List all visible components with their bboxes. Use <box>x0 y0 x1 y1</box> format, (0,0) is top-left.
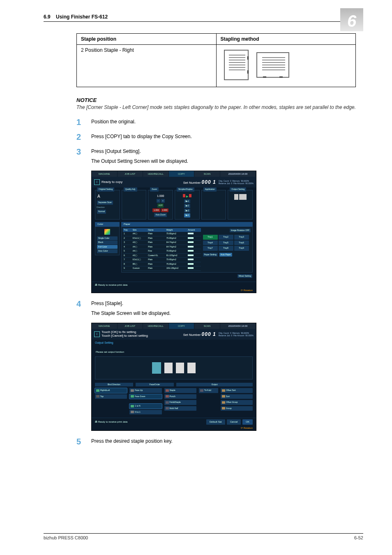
application-panel[interactable]: Application <box>201 190 226 220</box>
footer-status: Ready to receive print data <box>98 284 128 286</box>
step-3-subtext: The Output Setting Screen will be displa… <box>91 157 256 165</box>
color-swatch-icon <box>104 229 110 235</box>
full-color-button[interactable]: Full Color <box>97 245 118 249</box>
table-row[interactable]: 78.5x11▢Plain75-80g/m2 <box>123 258 201 262</box>
offset-group-button[interactable]: Offset Group <box>221 400 253 405</box>
cancel-button[interactable]: Cancel <box>227 419 241 425</box>
staple-diagram-portrait-icon <box>224 50 249 80</box>
tab-copy[interactable]: COPY <box>169 171 195 177</box>
offset-sort-button[interactable]: Offset Sort <box>221 388 253 393</box>
footer-status: Ready to receive print data <box>98 421 128 423</box>
instruction-text: Please set output function <box>95 349 253 356</box>
single-color-button[interactable]: Single Color <box>97 236 118 240</box>
face-order-label: Face/Order <box>136 383 174 387</box>
step-1-number: 1 <box>76 118 91 126</box>
x1-button[interactable]: x1.0 <box>157 204 164 208</box>
tri-fold-button[interactable]: Tri-Fold <box>199 388 218 393</box>
table-row[interactable]: 4A4▢Plain64-74g/m2 <box>123 245 201 249</box>
tray1-button[interactable]: Tray1 <box>203 235 218 240</box>
auto-zoom-button[interactable]: Auto Zoom <box>154 213 166 217</box>
finisher-preview-icon <box>152 362 161 374</box>
printer-icon <box>239 194 247 200</box>
section-number: 6.9 <box>44 14 51 20</box>
paper-setting-button[interactable]: Paper Setting <box>203 253 218 257</box>
face-down-button[interactable]: Face Down <box>129 394 161 399</box>
punch-button[interactable]: Punch <box>164 394 196 399</box>
output-setting-screen-screenshot: MACHINE JOB LIST HDD/RECALL COPY SCAN 20… <box>91 323 256 431</box>
footer-page: 6-52 <box>354 535 363 540</box>
face-up-button[interactable]: Face Up <box>129 388 161 393</box>
tab-machine[interactable]: MACHINE <box>92 171 118 177</box>
bind-direction-label: Bind Direction <box>95 383 133 387</box>
tab-joblist[interactable]: JOB LIST <box>118 323 143 329</box>
set-number: Set Number 000 1 <box>183 178 216 186</box>
step-3-number: 3 <box>76 148 91 293</box>
footer-model: bizhub PRESS C8000 <box>44 535 88 540</box>
tab-machine[interactable]: MACHINE <box>92 323 118 329</box>
notice-heading: NOTICE <box>76 97 363 103</box>
staple-pos-header: Staple position <box>77 34 217 45</box>
step-5-text: Press the desired staple position key. <box>91 437 173 446</box>
staple-table: Staple position Stapling method 2 Positi… <box>76 33 356 87</box>
sort-button[interactable]: Sort <box>221 394 253 399</box>
copy-screen-screenshot: MACHINE JOB LIST HDD/RECALL COPY SCAN 20… <box>91 171 256 293</box>
mixed-setting-button[interactable]: Mixed Setting <box>238 274 252 278</box>
quality-adj-panel[interactable]: Quality Adj. <box>122 190 147 220</box>
table-row[interactable]: 8B5▢Plain75-80g/m2 <box>123 262 201 266</box>
datetime-display: 2010/04/04 14:00 <box>220 323 256 329</box>
default-set-button[interactable]: Default Set <box>206 419 225 425</box>
notice-text: The [Corner Staple - Left Corner] mode s… <box>76 104 363 111</box>
normal-button[interactable]: Normal <box>97 210 106 214</box>
breadcrumb: Output Setting <box>92 340 256 347</box>
table-row[interactable]: 1A4▢Plain75-80g/m2 <box>123 232 201 236</box>
right-left-button[interactable]: Right&Left <box>95 388 127 393</box>
zoom-panel[interactable]: Zoom 1.000 −+ x1.0 1.0002.000 Auto Zoom <box>148 190 173 220</box>
staple-button[interactable]: Staple <box>164 388 196 393</box>
tab-scan[interactable]: SCAN <box>194 171 220 177</box>
step-2-number: 2 <box>76 133 91 141</box>
fold-staple-button[interactable]: Fold&Staple <box>164 400 196 405</box>
tab-copy[interactable]: COPY <box>169 323 195 329</box>
multi-half-button[interactable]: Multi Half <box>164 406 196 411</box>
tab-joblist[interactable]: JOB LIST <box>118 171 143 177</box>
image-rotation-button[interactable]: Image Rotation OFF <box>230 229 251 233</box>
top-button[interactable]: Top <box>95 394 127 399</box>
ok-button[interactable]: OK <box>242 419 253 425</box>
separate-scan-button[interactable]: Separate Scan <box>97 201 113 205</box>
printer-status-icon: 🖶 <box>95 421 97 423</box>
output-setting-panel[interactable]: Output Setting <box>228 190 253 220</box>
table-row[interactable]: 28.5x11▢Plain75-80g/m2 <box>123 236 201 240</box>
info-icon: i <box>94 179 100 185</box>
original-setting-panel[interactable]: Original Setting A Separate Scan Directi… <box>95 190 120 220</box>
rotation-indicator: ⟳ Rotation <box>92 288 256 293</box>
header-rule <box>44 21 363 22</box>
n-to-1-button[interactable]: N to 1 <box>129 410 161 415</box>
info-icon: i <box>94 331 100 337</box>
set-number: Set Number 000 1 <box>183 331 216 338</box>
tab-scan[interactable]: SCAN <box>194 323 220 329</box>
table-row[interactable]: 9CustomPlain106-135g/m2 <box>123 266 201 271</box>
section-title: Using Finisher FS-612 <box>56 14 108 20</box>
finisher-icon <box>234 194 238 200</box>
table-row[interactable]: 6A3▢Coated-GL81-105g/m2 <box>123 253 201 258</box>
auto-color-button[interactable]: Auto Color <box>97 249 118 253</box>
auto-paper-button[interactable]: Auto Paper <box>219 253 232 257</box>
status-meta: Orig. Count 0 Memory 96.660% Reserve Job… <box>219 332 254 337</box>
paper-table: TraySizeNameWeightAmount 1A4▢Plain75-80g… <box>123 228 201 271</box>
staple-diagram-landscape-icon <box>256 52 289 78</box>
duplex-panel[interactable]: Simplex/Duplex ▶ 2▶1 1▶2 2▶2 1▶1 <box>175 190 200 220</box>
table-row[interactable]: 3A3▢Plain64-74g/m2 <box>123 240 201 245</box>
status-meta: Orig. Count 0 Memory 96.660% Reserve Job… <box>219 180 254 185</box>
step-4-subtext: The Staple Screen will be displayed. <box>91 310 256 317</box>
group-button[interactable]: Group <box>221 406 253 411</box>
black-button[interactable]: Black <box>97 240 118 245</box>
table-row[interactable]: 5A4▢Fine75-80g/m2 <box>123 249 201 254</box>
tab-hdd[interactable]: HDD/RECALL <box>143 171 169 177</box>
output-preview <box>95 356 253 379</box>
step-5-number: 5 <box>76 437 91 446</box>
page-footer: bizhub PRESS C8000 6-52 <box>44 533 363 540</box>
step-4-text: Press [Staple]. <box>91 300 256 307</box>
datetime-display: 2010/04/04 14:00 <box>220 171 256 177</box>
1-to-n-button[interactable]: 1 to N <box>129 404 161 409</box>
tab-hdd[interactable]: HDD/RECALL <box>143 323 169 329</box>
